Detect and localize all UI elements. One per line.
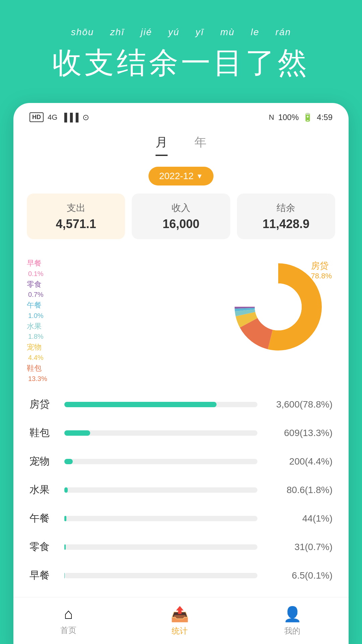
legend-wucan-label: 午餐 (27, 299, 42, 312)
legend-wucan-pct: 1.0% (28, 312, 47, 320)
battery-pct: 100% (278, 113, 299, 122)
balance-card: 结余 11,428.9 (237, 194, 335, 239)
bar-row-lingshi: 零食 31(0.7%) (29, 540, 333, 554)
bar-track-chongwu (64, 459, 257, 464)
nav-profile-label: 我的 (284, 626, 300, 636)
tab-year[interactable]: 年 (194, 134, 206, 156)
bar-fill-zaocai (64, 573, 65, 578)
bar-fill-shuiguo (64, 487, 68, 493)
pinyin-4: yú (168, 27, 180, 38)
bar-label-lingshi: 零食 (29, 540, 56, 554)
right-label: 房贷 78.8% (311, 260, 332, 280)
signal-4g: 4G (48, 113, 57, 122)
dropdown-arrow-icon: ▼ (196, 172, 203, 180)
income-value: 16,000 (138, 217, 223, 231)
pinyin-1: shōu (71, 27, 94, 38)
chart-section: 早餐 0.1% 零食 0.7% 午餐 1.0% 水果 1.8% 宠物 4.4% … (13, 250, 349, 391)
bar-fill-lingshi (64, 544, 66, 550)
bar-label-xiebao: 鞋包 (29, 426, 56, 440)
bar-value-xiebao: 609(13.3%) (265, 428, 333, 438)
legend-shuiguo-label: 水果 (27, 320, 42, 333)
bar-track-xiebao (64, 430, 257, 436)
nav-home-label: 首页 (60, 625, 76, 636)
bar-row-xiebao: 鞋包 609(13.3%) (29, 426, 333, 440)
expense-value: 4,571.1 (34, 217, 118, 231)
bar-label-wucan: 午餐 (29, 512, 56, 525)
bar-value-fangdai: 3,600(78.8%) (265, 399, 333, 410)
header: shōu zhī jié yú yī mù le rán 收支结余一目了然 (0, 0, 362, 103)
income-card: 收入 16,000 (132, 194, 230, 239)
bar-fill-fangdai (64, 402, 217, 407)
hd-badge: HD (29, 112, 44, 122)
bar-value-shuiguo: 80.6(1.8%) (265, 485, 333, 495)
pinyin-3: jié (141, 27, 152, 38)
legend-wucan: 午餐 (27, 299, 47, 312)
legend-lingshi-label: 零食 (27, 278, 42, 291)
legend-xiebao-pct: 13.3% (28, 375, 47, 383)
income-label: 收入 (138, 202, 223, 214)
bar-row-zaocai: 早餐 6.5(0.1%) (29, 569, 333, 582)
home-icon: ⌂ (64, 605, 73, 622)
nav-profile[interactable]: 👤 我的 (283, 605, 302, 636)
nav-stats[interactable]: 📤 统计 (171, 605, 189, 636)
signal-bars: ▐▐▐ (61, 113, 78, 122)
bar-value-chongwu: 200(4.4%) (265, 456, 333, 467)
legend-chongwu: 宠物 (27, 340, 47, 354)
nav-home[interactable]: ⌂ 首页 (60, 605, 76, 636)
legend-shuiguo: 水果 (27, 320, 47, 333)
date-badge[interactable]: 2022-12 ▼ (148, 167, 214, 185)
time: 4:59 (317, 113, 333, 122)
bar-fill-chongwu (64, 459, 73, 464)
status-right: N 100% 🔋 4:59 (269, 113, 333, 122)
legend-xiebao-label: 鞋包 (27, 362, 42, 375)
pinyin-6: mù (220, 27, 235, 38)
bar-row-fangdai: 房贷 3,600(78.8%) (29, 397, 333, 411)
page-title: 收支结余一目了然 (13, 43, 349, 83)
tab-row: 月 年 (13, 127, 349, 156)
bar-value-wucan: 44(1%) (265, 513, 333, 524)
balance-value: 11,428.9 (244, 217, 328, 231)
bar-track-wucan (64, 516, 257, 521)
bar-label-fangdai: 房贷 (29, 397, 56, 411)
bar-row-shuiguo: 水果 80.6(1.8%) (29, 483, 333, 497)
status-left: HD 4G ▐▐▐ ⊙ (29, 112, 89, 122)
bar-track-shuiguo (64, 487, 257, 493)
legend-zaocai: 早餐 (27, 257, 47, 270)
bar-fill-xiebao (64, 430, 90, 436)
nfc-icon: N (269, 113, 274, 122)
date-selector: 2022-12 ▼ (13, 167, 349, 185)
phone-card: HD 4G ▐▐▐ ⊙ N 100% 🔋 4:59 月 年 2022-12 ▼ … (13, 103, 349, 644)
bar-label-chongwu: 宠物 (29, 454, 56, 468)
balance-label: 结余 (244, 202, 328, 214)
legend-chongwu-label: 宠物 (27, 340, 42, 354)
bar-list: 房贷 3,600(78.8%) 鞋包 609(13.3%) 宠物 200(4.4… (13, 391, 349, 582)
right-label-pct: 78.8% (311, 272, 332, 280)
bar-label-zaocai: 早餐 (29, 569, 56, 582)
legend-zaocai-label: 早餐 (27, 257, 42, 270)
pinyin-7: le (251, 27, 259, 38)
profile-icon: 👤 (283, 605, 302, 623)
expense-label: 支出 (34, 202, 118, 214)
date-value: 2022-12 (159, 171, 194, 181)
bar-fill-wucan (64, 516, 66, 521)
bar-track-zaocai (64, 573, 257, 578)
legend-zaocai-pct: 0.1% (28, 270, 47, 278)
bar-track-fangdai (64, 402, 257, 407)
legend-chongwu-pct: 4.4% (28, 354, 47, 362)
pinyin-8: rán (276, 27, 291, 38)
nav-stats-label: 统计 (172, 626, 188, 636)
legend-area: 早餐 0.1% 零食 0.7% 午餐 1.0% 水果 1.8% 宠物 4.4% … (27, 257, 47, 383)
bar-row-chongwu: 宠物 200(4.4%) (29, 454, 333, 468)
tab-month[interactable]: 月 (156, 134, 168, 156)
pinyin-5: yī (195, 27, 204, 38)
pinyin-row: shōu zhī jié yú yī mù le rán (13, 27, 349, 38)
bar-value-lingshi: 31(0.7%) (265, 542, 333, 552)
legend-shuiguo-pct: 1.8% (28, 333, 47, 340)
battery-icon: 🔋 (303, 113, 313, 122)
right-label-name: 房贷 (311, 260, 332, 272)
expense-card: 支出 4,571.1 (27, 194, 125, 239)
wifi-icon: ⊙ (82, 113, 89, 122)
stats-icon: 📤 (171, 605, 189, 623)
summary-row: 支出 4,571.1 收入 16,000 结余 11,428.9 (13, 194, 349, 239)
svg-point-7 (255, 283, 302, 330)
